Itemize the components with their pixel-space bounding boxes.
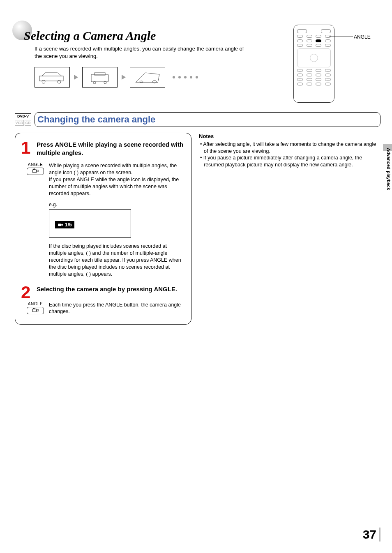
remote-body: ANGLE [293,25,334,103]
eg-label: e.g. [49,202,185,207]
intro-text: If a scene was recorded with multiple an… [35,45,244,60]
remote-angle-callout: ANGLE [354,34,371,40]
body-columns: 1 Press ANGLE while playing a scene reco… [15,133,380,325]
badge-cd: CD [25,120,31,126]
camera-icon [32,168,39,175]
svg-rect-6 [95,73,105,75]
svg-point-13 [34,308,35,309]
car-angle-1 [35,67,70,88]
step-number: 2 [21,285,33,300]
notes-heading: Notes [199,133,380,140]
step-1-para-1: While playing a scene recorded with mult… [49,162,185,197]
angle-indicator-chip: 1/5 [55,221,74,228]
badge-vcd: VCD [15,120,24,126]
svg-rect-3 [91,74,108,82]
callout-line [329,37,353,37]
angle-button[interactable] [27,168,44,175]
step-1-body: ANGLE While playing a scene recorded wit… [26,162,185,278]
notes-column: Notes After selecting angle, it will tak… [199,133,380,168]
angle-button-label: ANGLE [28,302,43,306]
car-angle-2 [82,67,118,88]
page-number-value: 37 [363,528,376,541]
note-item: If you pause a picture immediately after… [204,154,380,168]
angle-button[interactable] [27,307,44,314]
section-title: Changing the camera angle [37,114,155,125]
page-number-bar [379,528,380,541]
step-1-para-2: If the disc being played includes scenes… [49,243,185,277]
angle-indicator-value: 1/5 [65,222,72,228]
section-header: DVD-V VCD CD Changing the camera angle [15,112,380,127]
remote-angle-button[interactable] [316,39,321,42]
arrow-icon [74,75,78,80]
page-number: 37 [363,528,380,541]
svg-rect-12 [32,309,37,312]
step-number: 1 [21,141,33,161]
step-1: 1 Press ANGLE while playing a scene reco… [21,141,185,161]
note-item: After selecting angle, it will take a fe… [204,141,380,155]
svg-rect-11 [58,224,61,226]
step-1-heading: Press ANGLE while playing a scene record… [37,141,185,157]
badge-dvd-v: DVD-V [15,113,31,119]
svg-point-2 [58,80,61,83]
example-screen: 1/5 [49,209,131,238]
car-angle-3 [130,67,165,88]
remote-illustration: ANGLE [293,25,334,103]
disc-badges: DVD-V VCD CD [15,113,31,126]
notes-list: After selecting angle, it will take a fe… [199,141,380,169]
svg-point-7 [140,81,143,83]
step-2-heading: Selecting the camera angle by pressing A… [37,285,185,293]
svg-point-1 [42,80,45,83]
angle-button-label: ANGLE [28,162,43,167]
arrow-icon [122,75,126,80]
steps-box: 1 Press ANGLE while playing a scene reco… [15,133,191,325]
step-2: 2 Selecting the camera angle by pressing… [21,285,185,300]
camera-icon [32,307,39,314]
svg-point-10 [34,169,35,170]
chapter-side-tab: Advanced playback [383,144,392,194]
continuation-dots [173,76,198,78]
step-2-body: ANGLE Each time you press the ANGLE butt… [26,302,185,316]
step-2-para: Each time you press the ANGLE button, th… [49,302,185,316]
svg-rect-9 [32,170,37,173]
